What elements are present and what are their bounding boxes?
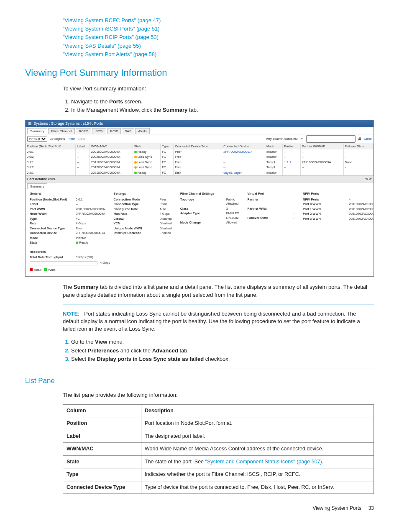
tab-fibre-channel[interactable]: Fibre Channel bbox=[48, 128, 75, 134]
column-description: The state of the port. See "System and C… bbox=[141, 455, 374, 468]
detail-subtabs: Summary bbox=[26, 182, 373, 189]
window-title: Systems : Storage Systems : s154 : Ports bbox=[33, 121, 103, 126]
port-details-bar: Port Details: 0:0:1 ⟲ ⟳ bbox=[26, 175, 373, 182]
col-header[interactable]: Connected Device Type bbox=[174, 144, 222, 149]
footer-page-number: 33 bbox=[368, 505, 374, 511]
xref-link[interactable]: "Viewing System RCFC Ports" (page 47) bbox=[63, 17, 161, 23]
col-header[interactable]: Position (Node:Slot:Port) bbox=[26, 144, 75, 149]
column-description: World Wide Name or Media Access Control … bbox=[141, 443, 374, 456]
column-description: Port location in Node:Slot:Port format. bbox=[141, 417, 374, 430]
object-count: 36 objects bbox=[50, 136, 65, 141]
step: In the Management Window, click the Summ… bbox=[71, 106, 374, 114]
column-description: Indicates whether the port is Fibre Chan… bbox=[141, 468, 374, 481]
tab-alerts[interactable]: Alerts bbox=[135, 128, 149, 134]
column-name: Type bbox=[63, 468, 141, 481]
tab-summary[interactable]: Summary bbox=[27, 128, 47, 134]
note-text: Port states indicating Loss Sync cannot … bbox=[63, 311, 360, 332]
col-header[interactable]: Partner WWN/IP bbox=[300, 144, 343, 149]
col-header[interactable]: Failover State bbox=[343, 144, 373, 149]
footer-section: Viewing System Ports bbox=[312, 505, 361, 511]
column-name: Label bbox=[63, 430, 141, 443]
detail-columns: GeneralPosition (Node:Slot:Port)0:0:1Lab… bbox=[26, 189, 373, 248]
column-description-table: Column Description PositionPort location… bbox=[63, 404, 374, 494]
subsection-heading: List Pane bbox=[25, 376, 374, 386]
clear-link[interactable]: Clear bbox=[77, 136, 85, 141]
detail-nav-icons[interactable]: ⟲ ⟳ bbox=[365, 177, 372, 181]
note-steps: Go to the View menu. Select Preferences … bbox=[63, 338, 374, 363]
legend-write-color bbox=[44, 268, 47, 271]
resources-section: Resources Total Data Throughput 0 KBps (… bbox=[26, 248, 373, 277]
main-tabs: Summary Fibre Channel RCFC iSCSI RCIP SA… bbox=[26, 127, 373, 134]
column-name: Connected Device Type bbox=[63, 481, 141, 494]
view-dropdown[interactable]: Default bbox=[27, 136, 47, 142]
intro-text: To view Port summary information: bbox=[63, 85, 374, 93]
tab-sas[interactable]: SAS bbox=[122, 128, 134, 134]
section-heading: Viewing Port Summary Information bbox=[25, 67, 374, 80]
throughput-bar bbox=[30, 261, 97, 265]
clear-search[interactable]: Clear bbox=[364, 136, 372, 141]
table-row: WWN/MACWorld Wide Name or Media Access C… bbox=[63, 443, 374, 456]
table-row[interactable]: 0:0:2--20020002AC00009ALoss SyncFCFree--… bbox=[26, 154, 373, 160]
column-description: Type of device that the port is connecte… bbox=[141, 481, 374, 494]
xref-link[interactable]: "Viewing SAS Details" (page 55) bbox=[63, 43, 141, 49]
xref-link[interactable]: "Viewing System iSCSI Ports" (page 51) bbox=[63, 26, 160, 32]
subtab-summary[interactable]: Summary bbox=[27, 183, 47, 189]
summary-description: The Summary tab is divided into a list p… bbox=[63, 283, 374, 298]
xref-links: "Viewing System RCFC Ports" (page 47) "V… bbox=[63, 17, 374, 58]
print-icon[interactable]: 🖶 bbox=[358, 136, 361, 141]
table-row: LabelThe designated port label. bbox=[63, 430, 374, 443]
col-header[interactable]: Type bbox=[161, 144, 174, 149]
col-header[interactable]: Label bbox=[75, 144, 90, 149]
note-step: Select Preferences and click the Advance… bbox=[71, 347, 374, 355]
column-name: WWN/MAC bbox=[63, 443, 141, 456]
xref-link[interactable]: "System and Component Status Icons" (pag… bbox=[205, 459, 322, 465]
column-description: The designated port label. bbox=[141, 430, 374, 443]
table-row[interactable]: 0:1:1--20110002AC00009ALoss SyncFCFree--… bbox=[26, 160, 373, 165]
column-name: State bbox=[63, 455, 141, 468]
note-step: Select the Display ports in Loss Sync st… bbox=[71, 355, 374, 363]
list-pane-intro: The list pane provides the following inf… bbox=[63, 391, 374, 399]
filter-link[interactable]: Filter bbox=[67, 136, 75, 141]
xref-link[interactable]: "Viewing System Port Alerts" (page 58) bbox=[63, 51, 156, 57]
ports-table: Position (Node:Slot:Port) Label WWN/MAC … bbox=[26, 144, 373, 175]
col-header[interactable]: Mode bbox=[265, 144, 283, 149]
intro-steps: Navigate to the Ports screen. In the Man… bbox=[63, 98, 374, 114]
table-row[interactable]: 0:2:1--20210002AC00009AReadyFCDiskcage0,… bbox=[26, 170, 373, 176]
table-header: Description bbox=[141, 404, 374, 417]
legend-read-color bbox=[30, 268, 33, 271]
tab-rcip[interactable]: RCIP bbox=[107, 128, 121, 134]
tab-iscsi[interactable]: iSCSI bbox=[92, 128, 106, 134]
page-footer: Viewing System Ports 33 bbox=[25, 505, 374, 512]
tab-rcfc[interactable]: RCFC bbox=[76, 128, 91, 134]
search-label: Any column contains: bbox=[266, 136, 298, 141]
col-header[interactable]: WWN/MAC bbox=[90, 144, 133, 149]
col-header[interactable]: Connected Device bbox=[222, 144, 265, 149]
xref-link[interactable]: "Viewing System RCIP Ports" (page 53) bbox=[63, 34, 159, 40]
note-label: NOTE: bbox=[63, 311, 79, 317]
col-header[interactable]: Partner bbox=[283, 144, 300, 149]
table-row[interactable]: 0:1:2--20120002AC00009ALoss SyncFCFree--… bbox=[26, 165, 373, 170]
col-header[interactable]: State bbox=[133, 144, 161, 149]
table-row: StateThe state of the port. See "System … bbox=[63, 455, 374, 468]
window-titlebar: ▦ Systems : Storage Systems : s154 : Por… bbox=[26, 120, 373, 127]
table-header: Column bbox=[63, 404, 141, 417]
filter-toolbar: Default 36 objects Filter Clear Any colu… bbox=[26, 134, 373, 144]
window-icon: ▦ bbox=[28, 121, 32, 126]
table-row: Connected Device TypeType of device that… bbox=[63, 481, 374, 494]
step: Navigate to the Ports screen. bbox=[71, 98, 374, 105]
table-row: TypeIndicates whether the port is Fibre … bbox=[63, 468, 374, 481]
embedded-screenshot: ▦ Systems : Storage Systems : s154 : Por… bbox=[25, 120, 374, 277]
search-input[interactable] bbox=[306, 135, 356, 143]
table-row[interactable]: 0:0:1--20010202AC00009AReadyFCPeer2FF700… bbox=[26, 149, 373, 155]
note-step: Go to the View menu. bbox=[71, 338, 374, 346]
table-row: PositionPort location in Node:Slot:Port … bbox=[63, 417, 374, 430]
note: NOTE: Port states indicating Loss Sync c… bbox=[63, 310, 374, 333]
column-name: Position bbox=[63, 417, 141, 430]
legend: Read Write bbox=[30, 268, 369, 272]
